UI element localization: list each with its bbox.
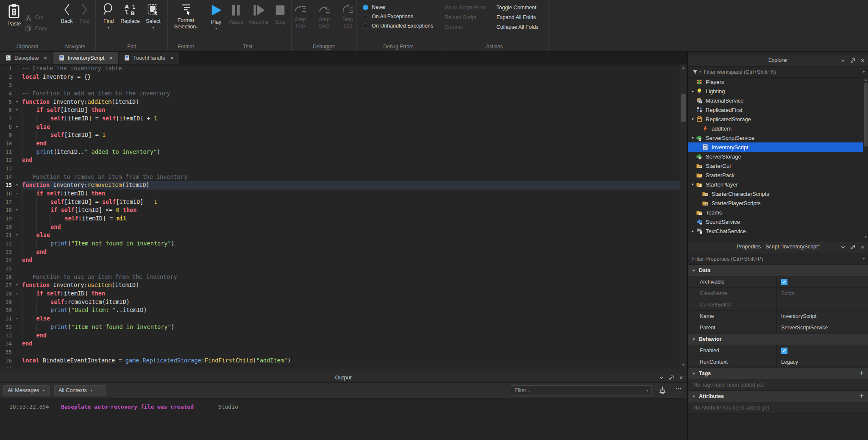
radio-icon[interactable] bbox=[363, 5, 368, 10]
chevron-down-icon[interactable] bbox=[840, 244, 846, 250]
checkbox[interactable]: ✓ bbox=[781, 348, 787, 354]
tree-item-materialservice[interactable]: MaterialService bbox=[688, 96, 863, 105]
section-expander-icon[interactable]: ▾ bbox=[691, 371, 696, 376]
checkbox[interactable]: ✓ bbox=[781, 279, 787, 285]
code-line[interactable]: 6▾ if self[itemID] then bbox=[0, 106, 680, 114]
tree-item-serverstorage[interactable]: ServerStorage bbox=[688, 152, 863, 161]
code-line[interactable]: 21▾ else bbox=[0, 231, 680, 239]
code-line[interactable]: 8▾ else bbox=[0, 123, 680, 131]
fold-arrow-icon[interactable]: ▾ bbox=[12, 181, 22, 189]
fold-arrow-icon[interactable]: ▾ bbox=[12, 98, 22, 106]
close-icon[interactable]: × bbox=[170, 54, 174, 61]
code-line[interactable]: 14-- Function to remove an item from the… bbox=[0, 173, 680, 181]
property-section-data[interactable]: ▾Data bbox=[688, 265, 868, 276]
code-line[interactable]: 15▾function Inventory:removeItem(itemID) bbox=[0, 181, 680, 189]
code-line[interactable]: 7 self[itemID] = self[itemID] + 1 bbox=[0, 114, 680, 123]
code-line[interactable]: 22 print("Item not found in inventory") bbox=[0, 239, 680, 248]
close-icon[interactable]: × bbox=[109, 54, 113, 61]
popout-icon[interactable] bbox=[850, 244, 856, 250]
code-line[interactable]: 29 self:removeItem(itemID) bbox=[0, 298, 680, 306]
code-line[interactable]: 36local BindableEventInstance = game.Rep… bbox=[0, 356, 680, 365]
section-expander-icon[interactable]: ▾ bbox=[691, 394, 696, 398]
code-line[interactable]: 34end bbox=[0, 340, 680, 348]
chevron-down-icon[interactable] bbox=[659, 375, 665, 381]
editor-vertical-scrollbar[interactable]: ▲ ▼ bbox=[680, 64, 687, 368]
code-line[interactable]: 3 bbox=[0, 81, 680, 89]
code-line[interactable]: 2local Inventory = {} bbox=[0, 73, 680, 81]
explorer-scrollbar[interactable]: ▲ ▼ bbox=[863, 77, 868, 240]
tree-item-soundservice[interactable]: SoundService bbox=[688, 217, 863, 226]
property-value[interactable]: ✓ bbox=[777, 345, 868, 356]
scroll-down-icon[interactable]: ▼ bbox=[680, 363, 687, 367]
tree-item-starterplayerscripts[interactable]: StarterPlayerScripts bbox=[688, 198, 863, 208]
code-line[interactable]: 33 end bbox=[0, 331, 680, 340]
radio-option[interactable]: On Unhandled Exceptions bbox=[363, 23, 433, 29]
code-line[interactable]: 26-- Function to use an item from the in… bbox=[0, 273, 680, 281]
code-line[interactable]: 4-- Function to add an item to the inven… bbox=[0, 89, 680, 98]
code-line[interactable]: 12end bbox=[0, 156, 680, 164]
fold-arrow-icon[interactable]: ▾ bbox=[12, 123, 22, 131]
section-expander-icon[interactable]: ▾ bbox=[691, 268, 696, 273]
expander-icon[interactable]: ▾ bbox=[690, 117, 696, 121]
code-line[interactable]: 24end bbox=[0, 256, 680, 265]
code-line[interactable]: 20 end bbox=[0, 223, 680, 231]
property-value[interactable]: ✓ bbox=[777, 276, 868, 287]
close-icon[interactable]: × bbox=[678, 375, 684, 381]
property-value[interactable] bbox=[777, 299, 868, 310]
tree-item-startercharacterscripts[interactable]: StarterCharacterScripts bbox=[688, 189, 863, 198]
code-line[interactable]: 18▾ if self[itemID] <= 0 then bbox=[0, 206, 680, 214]
tree-item-starterplayer[interactable]: ▾StarterPlayer bbox=[688, 180, 863, 189]
expand-all-folds-button[interactable]: Expand All Folds bbox=[496, 14, 538, 20]
add-button[interactable]: + bbox=[860, 392, 864, 400]
add-button[interactable]: + bbox=[860, 369, 864, 377]
fold-arrow-icon[interactable]: ▾ bbox=[12, 231, 22, 239]
tree-item-lighting[interactable]: ▸Lighting bbox=[688, 86, 863, 96]
replace-button[interactable]: AB Replace bbox=[120, 3, 140, 42]
code-line[interactable]: 25 bbox=[0, 265, 680, 273]
close-icon[interactable]: × bbox=[860, 58, 865, 64]
paste-button[interactable]: Paste bbox=[7, 3, 21, 42]
code-line[interactable]: 19 self[itemID] = nil bbox=[0, 214, 680, 223]
expander-icon[interactable]: ▾ bbox=[690, 182, 696, 187]
popout-icon[interactable] bbox=[850, 58, 856, 64]
select-button[interactable]: Select ▾ bbox=[146, 3, 161, 42]
tree-item-serverscriptservice[interactable]: ▾ServerScriptService bbox=[688, 133, 863, 142]
fold-arrow-icon[interactable]: ▾ bbox=[12, 206, 22, 214]
script-editor[interactable]: 1-- Create the inventory table2local Inv… bbox=[0, 64, 687, 373]
contexts-filter-dropdown[interactable]: All Contexts ▾ bbox=[54, 385, 106, 395]
property-value[interactable]: Legacy bbox=[777, 356, 868, 368]
fold-arrow-icon[interactable]: ▾ bbox=[12, 106, 22, 114]
find-button[interactable]: Find ▾ bbox=[103, 3, 114, 42]
tree-item-starterpack[interactable]: StarterPack bbox=[688, 170, 863, 180]
tab-baseplate[interactable]: Baseplate × bbox=[0, 52, 53, 64]
play-dropdown-caret[interactable]: ▾ bbox=[215, 28, 217, 30]
chevron-down-icon[interactable] bbox=[840, 58, 846, 64]
fold-arrow-icon[interactable]: ▾ bbox=[12, 290, 22, 298]
scroll-up-icon[interactable]: ▲ bbox=[680, 65, 687, 70]
code-line[interactable]: 17 self[itemID] = self[itemID] - 1 bbox=[0, 198, 680, 206]
popout-icon[interactable] bbox=[668, 375, 674, 381]
radio-option[interactable]: Never bbox=[363, 4, 433, 10]
code-line[interactable]: 13 bbox=[0, 164, 680, 173]
clear-output-broom-icon[interactable] bbox=[658, 386, 667, 395]
code-line[interactable]: 9 self[itemID] = 1 bbox=[0, 131, 680, 139]
fold-arrow-icon[interactable]: ▾ bbox=[12, 315, 22, 323]
code-line[interactable]: 32 print("Item not found in inventory") bbox=[0, 323, 680, 331]
editor-horizontal-scrollbar[interactable] bbox=[0, 368, 687, 373]
code-line[interactable]: 23 end bbox=[0, 248, 680, 256]
code-line[interactable]: 16▾ if self[itemID] then bbox=[0, 189, 680, 198]
scroll-up-icon[interactable]: ▲ bbox=[863, 78, 868, 82]
fold-arrow-icon[interactable]: ▾ bbox=[12, 281, 22, 290]
expander-icon[interactable]: ▸ bbox=[690, 229, 696, 233]
format-selection-button[interactable]: Format Selection▾ bbox=[171, 3, 201, 42]
code-line[interactable]: 5▾function Inventory:addItem(itemID) bbox=[0, 98, 680, 106]
radio-option[interactable]: On All Exceptions bbox=[363, 14, 433, 19]
back-button[interactable]: Back bbox=[61, 3, 73, 42]
tree-item-teams[interactable]: Teams bbox=[688, 208, 863, 217]
radio-icon[interactable] bbox=[363, 14, 368, 19]
code-line[interactable]: 1-- Create the inventory table bbox=[0, 64, 680, 73]
tab-inventoryscript[interactable]: InventoryScript × bbox=[53, 52, 119, 64]
scrollbar-thumb[interactable] bbox=[864, 83, 868, 147]
code-line[interactable]: 10 end bbox=[0, 139, 680, 148]
property-section-attributes[interactable]: ▾Attributes+ bbox=[688, 391, 868, 402]
